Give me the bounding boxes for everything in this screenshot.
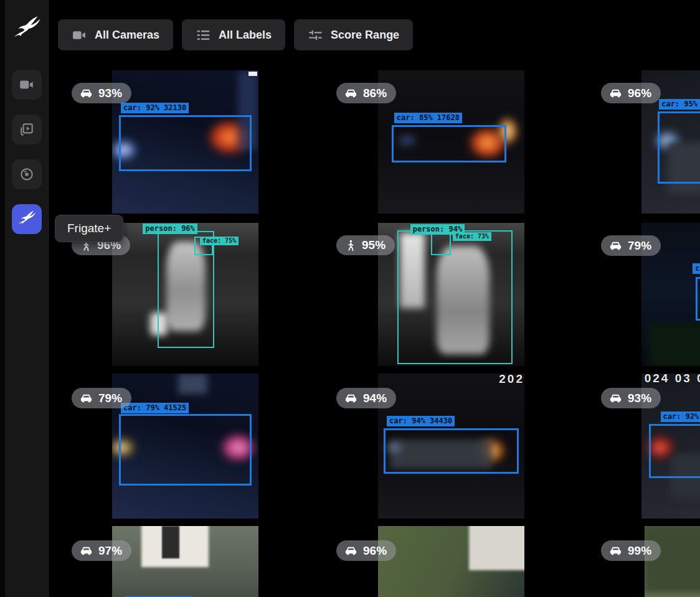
score-badge: 96% bbox=[601, 83, 661, 103]
score-value: 99% bbox=[628, 544, 651, 558]
list-icon bbox=[196, 27, 211, 43]
car-icon bbox=[608, 391, 623, 405]
car-icon bbox=[79, 391, 93, 405]
score-value: 96% bbox=[628, 87, 651, 100]
detection-box bbox=[696, 277, 700, 321]
score-range-label: Score Range bbox=[331, 29, 399, 42]
detection-label: car: 79% 41525 bbox=[121, 403, 189, 413]
face-box bbox=[431, 233, 452, 255]
timestamp-fragment: 024 03 0 bbox=[645, 374, 700, 385]
detection-label: car: 95% 45260 bbox=[659, 99, 700, 110]
snapshot-cell[interactable]: car: 97% 40432 97% bbox=[61, 519, 326, 597]
filter-toolbar: All Cameras All Labels Score Range bbox=[58, 19, 413, 50]
car-icon bbox=[608, 86, 623, 100]
detection-label: car: 94% 34430 bbox=[387, 416, 455, 426]
car-icon bbox=[344, 391, 358, 405]
timestamp-fragment: 202 bbox=[499, 374, 524, 386]
frigate-plus-tooltip: Frigate+ bbox=[55, 215, 123, 242]
snapshot-cell[interactable]: car: 96% 29493 96% bbox=[326, 519, 590, 597]
person-icon bbox=[344, 239, 357, 252]
score-badge: 93% bbox=[601, 388, 661, 408]
score-badge: 96% bbox=[336, 540, 396, 561]
snapshot-cell[interactable]: 024 03 0 car: 92% 4218 93% bbox=[590, 366, 700, 519]
sidebar-nav bbox=[12, 70, 42, 234]
video-camera-icon bbox=[72, 27, 87, 43]
car-icon bbox=[79, 86, 93, 100]
detection-box bbox=[119, 414, 252, 486]
score-value: 79% bbox=[98, 392, 122, 405]
sidebar-item-frigate-plus[interactable] bbox=[12, 204, 42, 234]
snapshot-cell[interactable]: car: 99% 25 99% bbox=[590, 519, 700, 597]
score-value: 96% bbox=[363, 544, 387, 558]
bird-icon bbox=[12, 15, 41, 44]
all-labels-button[interactable]: All Labels bbox=[182, 19, 285, 50]
detection-label: person: 96% bbox=[143, 223, 197, 234]
bird-icon bbox=[17, 210, 36, 228]
score-value: 93% bbox=[98, 87, 122, 100]
car-icon bbox=[608, 238, 623, 253]
detection-label: car: 79% bbox=[693, 263, 700, 274]
car-icon bbox=[79, 543, 93, 558]
disc-icon bbox=[19, 166, 35, 182]
car-icon bbox=[344, 543, 358, 558]
sidebar-item-live[interactable] bbox=[12, 70, 42, 100]
snapshot-cell[interactable]: car: 79% 79% bbox=[590, 214, 700, 366]
car-icon bbox=[344, 86, 358, 100]
score-value: 97% bbox=[98, 544, 122, 558]
detection-box bbox=[392, 125, 506, 162]
detection-label: car: 92% 32130 bbox=[121, 103, 189, 113]
all-cameras-button[interactable]: All Cameras bbox=[58, 19, 173, 50]
score-value: 86% bbox=[363, 87, 387, 100]
score-badge: 95% bbox=[336, 235, 395, 255]
score-value: 95% bbox=[362, 238, 385, 252]
snapshot-cell[interactable]: car: 95% 45260 96% bbox=[590, 61, 700, 214]
score-badge: 99% bbox=[601, 540, 661, 561]
face-label: face: 73% bbox=[453, 232, 491, 241]
detection-box bbox=[649, 424, 700, 478]
score-badge: 86% bbox=[336, 83, 396, 103]
car-icon bbox=[608, 543, 623, 558]
sidebar-item-export[interactable] bbox=[12, 159, 42, 189]
snapshot-cell[interactable]: car: 85% 17628 86% bbox=[326, 61, 590, 214]
score-value: 79% bbox=[628, 239, 651, 253]
sidebar-item-review[interactable] bbox=[12, 115, 42, 144]
all-cameras-label: All Cameras bbox=[95, 29, 159, 42]
sidebar bbox=[5, 0, 49, 597]
snapshot-cell[interactable]: car: 92% 32130 93% bbox=[61, 61, 326, 214]
score-range-button[interactable]: Score Range bbox=[294, 19, 413, 50]
detection-box bbox=[384, 428, 518, 474]
detection-label: car: 85% 17628 bbox=[394, 113, 462, 123]
detection-box bbox=[119, 115, 252, 171]
detection-box bbox=[397, 230, 513, 365]
window-edge bbox=[0, 0, 5, 597]
sliders-icon bbox=[308, 27, 323, 43]
score-badge: 79% bbox=[72, 388, 131, 408]
all-labels-label: All Labels bbox=[219, 29, 272, 42]
score-badge: 93% bbox=[72, 83, 131, 103]
review-icon bbox=[19, 121, 35, 138]
detection-box bbox=[658, 111, 700, 184]
snapshot-cell[interactable]: car: 79% 41525 79% bbox=[61, 366, 326, 519]
detection-label: car: 92% 4218 bbox=[661, 411, 700, 422]
video-camera-icon bbox=[19, 77, 35, 93]
score-badge: 79% bbox=[601, 235, 661, 256]
snapshot-cell[interactable]: 202 car: 94% 34430 94% bbox=[326, 366, 590, 519]
frigate-logo bbox=[12, 15, 41, 44]
score-value: 93% bbox=[628, 392, 651, 405]
face-label: face: 75% bbox=[200, 237, 239, 245]
score-badge: 94% bbox=[336, 388, 396, 408]
snapshot-cell[interactable]: person: 94% face: 73% 95% bbox=[326, 214, 590, 366]
score-value: 94% bbox=[363, 392, 387, 405]
score-badge: 97% bbox=[72, 540, 131, 561]
